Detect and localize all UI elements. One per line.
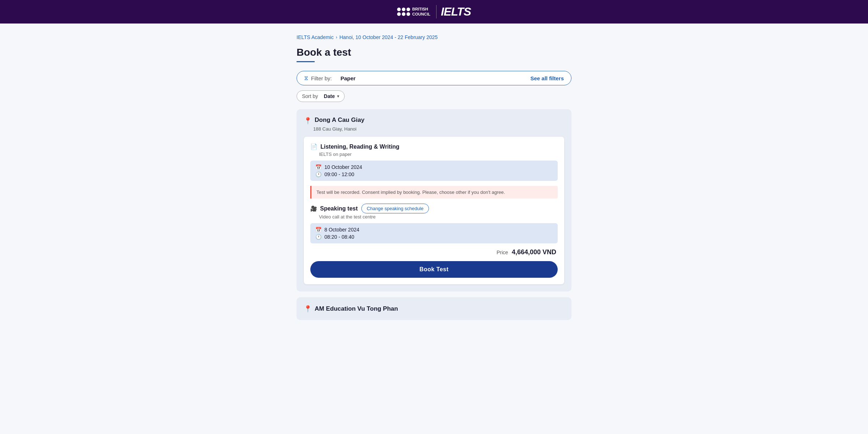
location-pin-icon-2: 📍	[304, 305, 312, 313]
warning-box: Test will be recorded. Consent implied b…	[310, 186, 558, 199]
bc-dots-grid	[397, 8, 410, 16]
bc-text-line2: COUNCIL	[412, 12, 430, 17]
bc-dot-4	[397, 12, 401, 16]
filter-icon: ⧖	[304, 75, 308, 81]
page-title: Book a test	[297, 47, 571, 58]
price-value: 4,664,000 VND	[512, 248, 556, 256]
logo-group: BRITISH COUNCIL IELTS	[397, 5, 471, 18]
filter-value: Paper	[341, 75, 356, 81]
see-all-filters-link[interactable]: See all filters	[530, 75, 564, 81]
filter-bar[interactable]: ⧖ Filter by: Paper See all filters	[297, 71, 571, 85]
speaking-date-row: 📅 8 October 2024	[315, 227, 553, 233]
sort-value: Date	[324, 93, 335, 99]
lrw-datetime-box: 📅 10 October 2024 🕐 09:00 - 12:00	[310, 161, 558, 181]
partial-location-header: 📍 AM Education Vu Tong Phan	[304, 305, 564, 313]
speaking-title-wrap: Speaking test Change speaking schedule	[320, 204, 558, 213]
bc-dot-1	[397, 8, 401, 11]
title-underline	[297, 61, 315, 62]
ielts-logo-text: IELTS	[436, 5, 471, 18]
clock-icon-speaking: 🕐	[315, 234, 322, 240]
location-header: 📍 Dong A Cau Giay	[304, 116, 564, 125]
speaking-section: 🎥 Speaking test Change speaking schedule…	[310, 204, 558, 243]
filter-label: Filter by:	[311, 75, 332, 81]
bc-dot-3	[407, 8, 410, 11]
lrw-section-header: 📄 Listening, Reading & Writing	[310, 143, 558, 150]
breadcrumb-link-ielts-academic[interactable]: IELTS Academic	[297, 34, 333, 40]
bc-dot-5	[402, 12, 405, 16]
speaking-date: 8 October 2024	[324, 227, 359, 233]
price-row: Price 4,664,000 VND	[310, 248, 558, 256]
lrw-title: Listening, Reading & Writing	[320, 144, 399, 150]
breadcrumb-link-hanoi-dates[interactable]: Hanoi, 10 October 2024 - 22 February 202…	[339, 34, 438, 40]
sort-dropdown[interactable]: Sort by Date ▾	[297, 90, 345, 102]
sort-label: Sort by	[302, 93, 318, 99]
speaking-header: 🎥 Speaking test Change speaking schedule	[310, 204, 558, 213]
speaking-time: 08:20 - 08:40	[324, 234, 354, 240]
breadcrumb: IELTS Academic › Hanoi, 10 October 2024 …	[297, 34, 571, 40]
location-card-dong-a-cau-giay: 📍 Dong A Cau Giay 188 Cau Giay, Hanoi 📄 …	[297, 109, 571, 292]
speaking-subtitle: Video call at the test centre	[319, 214, 558, 220]
location-name: Dong A Cau Giay	[315, 116, 365, 124]
filter-left: ⧖ Filter by: Paper	[304, 75, 356, 81]
price-label: Price	[497, 250, 508, 255]
speaking-time-row: 🕐 08:20 - 08:40	[315, 234, 553, 240]
calendar-icon: 📅	[315, 164, 322, 170]
video-icon: 🎥	[310, 205, 317, 212]
location-pin-icon: 📍	[304, 117, 312, 125]
bc-text-line1: BRITISH	[412, 7, 430, 12]
location-card-am-education: 📍 AM Education Vu Tong Phan	[297, 297, 571, 320]
book-test-button[interactable]: Book Test	[310, 261, 558, 278]
british-council-logo: BRITISH COUNCIL	[397, 7, 430, 16]
clock-icon: 🕐	[315, 171, 322, 177]
lrw-subtitle: IELTS on paper	[319, 152, 558, 157]
lrw-date: 10 October 2024	[324, 164, 362, 170]
lrw-time: 09:00 - 12:00	[324, 171, 354, 177]
location-name-2: AM Education Vu Tong Phan	[315, 305, 398, 312]
lrw-time-row: 🕐 09:00 - 12:00	[315, 171, 553, 177]
document-icon: 📄	[310, 143, 318, 150]
breadcrumb-separator: ›	[336, 35, 337, 40]
bc-dot-6	[407, 12, 410, 16]
main-content: IELTS Academic › Hanoi, 10 October 2024 …	[289, 24, 579, 337]
site-header: BRITISH COUNCIL IELTS	[0, 0, 868, 24]
speaking-datetime-box: 📅 8 October 2024 🕐 08:20 - 08:40	[310, 223, 558, 243]
calendar-icon-speaking: 📅	[315, 227, 322, 233]
test-card: 📄 Listening, Reading & Writing IELTS on …	[304, 137, 564, 284]
chevron-down-icon: ▾	[337, 94, 339, 99]
speaking-title: Speaking test	[320, 205, 358, 212]
lrw-date-row: 📅 10 October 2024	[315, 164, 553, 170]
change-speaking-schedule-button[interactable]: Change speaking schedule	[361, 204, 429, 213]
location-address: 188 Cau Giay, Hanoi	[313, 126, 564, 132]
bc-dot-2	[402, 8, 405, 11]
